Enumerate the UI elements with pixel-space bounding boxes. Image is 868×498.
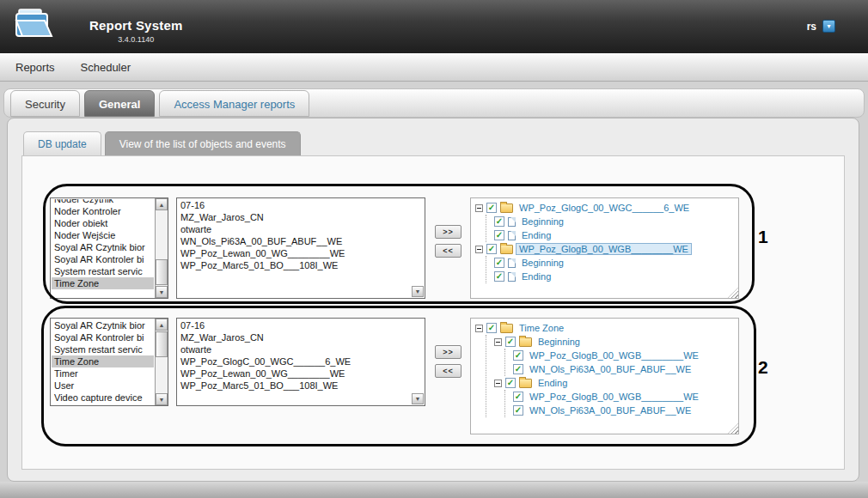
object-item[interactable]: WN_Ols_Pi63A_00_BUF_ABUF__WE (178, 235, 424, 247)
object-item[interactable]: WP_Poz_Lewan_00_WG________WE (178, 367, 424, 380)
tree-node[interactable]: ✓Time Zone (475, 321, 736, 335)
tree-node[interactable]: ✓WP_Poz_GlogB_00_WGB________WE (513, 349, 736, 362)
tree-node[interactable]: ✓Beginning (494, 335, 736, 349)
scroll-down-icon[interactable]: ▼ (156, 393, 168, 405)
object-item[interactable]: WP_Poz_Lewan_00_WG________WE (178, 247, 424, 259)
checkbox-icon[interactable]: ✓ (505, 337, 516, 347)
scroll-thumb[interactable] (156, 331, 168, 357)
selected-objects-tree-panel[interactable]: ✓Time Zone✓Beginning✓WP_Poz_GlogB_00_WGB… (470, 318, 739, 434)
scroll-track[interactable] (156, 210, 168, 286)
tree-node[interactable]: ✓WP_Poz_GlogB_00_WGB________WE (475, 242, 736, 256)
remove-button[interactable]: << (435, 244, 462, 258)
object-type-item[interactable]: Soyal AR Czytnik bior (52, 241, 154, 253)
tree-node-label: Beginning (519, 216, 566, 227)
scroll-up-icon[interactable]: ▲ (156, 319, 168, 331)
collapse-icon[interactable] (475, 325, 483, 332)
transfer-buttons: >> << (435, 225, 462, 258)
checkbox-icon[interactable]: ✓ (513, 392, 523, 402)
object-item[interactable]: WP_Poz_Marc5_01_BO___108I_WE (178, 259, 424, 271)
checkbox-icon[interactable]: ✓ (486, 323, 497, 333)
checkbox-icon[interactable]: ✓ (513, 350, 523, 361)
document-icon (508, 231, 516, 240)
object-types-listbox[interactable]: Soyal AR Czytnik biorSoyal AR Kontroler … (50, 318, 168, 406)
object-item[interactable]: otwarte (178, 223, 424, 235)
tab-access-manager-reports[interactable]: Access Manager reports (159, 90, 309, 117)
object-item[interactable]: WP_Poz_GlogC_00_WGC______6_WE (178, 355, 424, 367)
object-type-item[interactable]: Noder Czytnik (52, 199, 154, 205)
checkbox-icon[interactable]: ✓ (513, 364, 523, 374)
tree-node[interactable]: ✓Beginning (494, 215, 736, 228)
collapse-icon[interactable] (475, 204, 483, 212)
object-type-item[interactable]: Noder Kontroler (52, 205, 154, 217)
objects-listbox[interactable]: 07-16MZ_War_Jaros_CNotwarteWN_Ols_Pi63A_… (176, 197, 425, 299)
object-type-item[interactable]: Time Zone (52, 277, 154, 289)
menu-scheduler[interactable]: Scheduler (81, 61, 131, 74)
scroll-down-icon[interactable]: ▼ (412, 393, 424, 404)
collapse-icon[interactable] (494, 380, 502, 387)
tree-node[interactable]: ✓Ending (494, 376, 736, 390)
tree-node[interactable]: ✓WP_Poz_GlogB_00_WGB________WE (513, 390, 736, 404)
scroll-down-icon[interactable]: ▼ (156, 286, 168, 298)
scroll-track[interactable] (156, 331, 168, 393)
collapse-icon[interactable] (494, 338, 502, 346)
objects-events-workarea: Noder CzytnikNoder KontrolerNoder obiekt… (21, 155, 845, 470)
object-type-item[interactable]: Soyal AR Czytnik bior (52, 319, 154, 331)
object-type-item[interactable]: Timer (52, 367, 154, 380)
tree-node[interactable]: ✓Beginning (494, 256, 736, 270)
tree-node[interactable]: ✓WP_Poz_GlogC_00_WGC______6_WE (475, 201, 736, 215)
selected-objects-tree-panel[interactable]: ✓WP_Poz_GlogC_00_WGC______6_WE✓Beginning… (470, 197, 739, 299)
app-header: Report System 3.4.0.1140 rs ▼ (0, 0, 868, 53)
tree-node[interactable]: ✓Ending (494, 270, 736, 283)
object-type-item[interactable]: Noder obiekt (52, 217, 154, 229)
tab-security[interactable]: Security (10, 90, 80, 117)
object-type-item[interactable]: Soyal AR Kontroler bi (52, 253, 154, 265)
object-type-item[interactable]: System restart servic (52, 265, 154, 277)
add-button[interactable]: >> (435, 225, 462, 239)
vertical-scrollbar[interactable]: ▲ ▼ (155, 198, 168, 298)
checkbox-icon[interactable]: ✓ (494, 271, 504, 282)
object-type-item[interactable]: User (52, 380, 154, 392)
objects-listbox[interactable]: 07-16MZ_War_Jaros_CNotwarteWP_Poz_GlogC_… (176, 318, 425, 406)
vertical-scrollbar[interactable]: ▲ ▼ (155, 319, 168, 405)
checkbox-icon[interactable]: ✓ (486, 244, 497, 254)
add-button[interactable]: >> (435, 345, 462, 359)
tree-node[interactable]: ✓WN_Ols_Pi63A_00_BUF_ABUF__WE (513, 404, 736, 417)
tab-view-of-list[interactable]: View of the list of objects and events (105, 131, 301, 155)
object-item[interactable]: 07-16 (178, 319, 424, 331)
sub-tabs: DB update View of the list of objects an… (23, 131, 301, 155)
object-type-item[interactable]: Noder Wejście (52, 229, 154, 241)
checkbox-icon[interactable]: ✓ (494, 230, 504, 240)
report-system-window: Report System 3.4.0.1140 rs ▼ Reports Sc… (0, 0, 868, 498)
tree-node[interactable]: ✓WN_Ols_Pi63A_00_BUF_ABUF__WE (513, 362, 736, 376)
scroll-thumb[interactable] (156, 259, 168, 285)
folder-icon (519, 379, 532, 388)
checkbox-icon[interactable]: ✓ (513, 405, 523, 416)
object-item[interactable]: MZ_War_Jaros_CN (178, 211, 424, 223)
scroll-down-icon[interactable]: ▼ (412, 286, 424, 297)
folder-icon (500, 324, 513, 333)
object-type-item[interactable]: Soyal AR Kontroler bi (52, 331, 154, 343)
object-type-item[interactable]: Time Zone (52, 355, 154, 367)
checkbox-icon[interactable]: ✓ (494, 216, 504, 227)
object-item[interactable]: WP_Poz_Marc5_01_BO___108I_WE (178, 380, 424, 392)
object-types-listbox[interactable]: Noder CzytnikNoder KontrolerNoder obiekt… (50, 197, 168, 299)
general-tab-content: DB update View of the list of objects an… (7, 118, 859, 482)
tab-general[interactable]: General (84, 90, 155, 117)
collapse-icon[interactable] (475, 246, 483, 253)
object-item[interactable]: 07-16 (178, 199, 424, 211)
scroll-up-icon[interactable]: ▲ (156, 198, 168, 210)
object-item[interactable]: MZ_War_Jaros_CN (178, 331, 424, 343)
tree-node-label: WN_Ols_Pi63A_00_BUF_ABUF__WE (527, 405, 694, 416)
folder-icon (519, 337, 532, 347)
user-menu-button[interactable]: ▼ (822, 20, 835, 33)
tab-db-update[interactable]: DB update (23, 131, 101, 155)
checkbox-icon[interactable]: ✓ (505, 378, 516, 388)
checkbox-icon[interactable]: ✓ (494, 258, 504, 268)
object-item[interactable]: otwarte (178, 343, 424, 355)
tree-node[interactable]: ✓Ending (494, 228, 736, 242)
checkbox-icon[interactable]: ✓ (486, 203, 497, 213)
menu-reports[interactable]: Reports (15, 61, 55, 74)
remove-button[interactable]: << (435, 364, 462, 378)
object-type-item[interactable]: System restart servic (52, 343, 154, 355)
object-type-item[interactable]: Video capture device (52, 392, 154, 404)
